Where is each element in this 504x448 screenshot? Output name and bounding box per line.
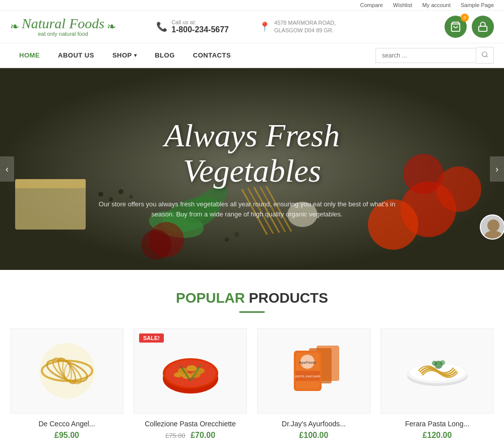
svg-rect-6 xyxy=(15,179,86,188)
cart-button[interactable]: 0 xyxy=(445,16,467,38)
hero-prev-button[interactable]: ‹ xyxy=(0,156,14,182)
svg-line-3 xyxy=(486,56,488,58)
nav-item-shop[interactable]: SHOP ▾ xyxy=(103,43,146,67)
chevron-down-icon: ▾ xyxy=(134,52,137,58)
nav-item-contacts[interactable]: CONTACTS xyxy=(184,43,240,67)
product-name-4: Ferara Pasta Long... xyxy=(381,420,494,428)
wishlist-link[interactable]: Wishlist xyxy=(393,2,412,8)
product-image-wrap-4 xyxy=(381,328,494,414)
phone-number: 1-800-234-5677 xyxy=(171,25,229,34)
hero-avatar xyxy=(480,214,504,240)
header-address: 📍 4578 MARMORA ROAD, GLASGOW D04 89 GR. xyxy=(259,19,336,35)
logo-left-leaf: ❧ xyxy=(10,20,19,33)
nav-link-blog[interactable]: BLOG xyxy=(146,43,184,67)
product-price-3: £100.00 xyxy=(257,431,370,440)
nav-link-shop[interactable]: SHOP ▾ xyxy=(103,43,146,67)
product-price-2: £75.00 £70.00 xyxy=(134,431,247,440)
product-price-4: £120.00 xyxy=(381,431,494,440)
svg-point-39 xyxy=(165,360,216,387)
product-image-wrap-2: SALE! xyxy=(134,328,247,414)
product-card-4[interactable]: Ferara Pasta Long... £120.00 xyxy=(381,328,494,440)
nav-link-about[interactable]: ABOUT US xyxy=(49,43,103,67)
product-image-2 xyxy=(155,335,226,406)
product-card-2[interactable]: SALE! Collezion xyxy=(134,328,247,440)
product-image-wrap-1 xyxy=(10,328,123,414)
svg-point-2 xyxy=(482,52,487,57)
product-price-1: £95.00 xyxy=(10,431,123,440)
phone-icon: 📞 xyxy=(156,21,167,32)
logo-right-leaf: ❧ xyxy=(107,20,116,33)
search-bar xyxy=(375,47,494,64)
product-name-3: Dr.Jay's Ayurfoods... xyxy=(257,420,370,428)
product-image-4 xyxy=(402,335,473,406)
svg-point-60 xyxy=(440,360,445,365)
product-card-3[interactable]: AyurFoods LENTIL KHICHARI Dr.Jay's Ayurf… xyxy=(257,328,370,440)
product-name-1: De Cecco Angel... xyxy=(10,420,123,428)
product-image-3: AyurFoods LENTIL KHICHARI xyxy=(279,335,349,406)
hero-banner: Always Fresh Vegetables Our store offers… xyxy=(0,68,504,270)
nav-link-home[interactable]: HOME xyxy=(10,43,49,67)
utility-bar: Compare Wishlist My account Sample Page xyxy=(0,0,504,11)
section-divider xyxy=(239,311,265,313)
svg-point-28 xyxy=(487,219,499,232)
svg-point-45 xyxy=(174,372,183,377)
svg-point-26 xyxy=(234,232,239,237)
svg-point-61 xyxy=(432,361,437,366)
products-grid: De Cecco Angel... £95.00 SALE! xyxy=(10,328,494,440)
nav-item-blog[interactable]: BLOG xyxy=(146,43,184,67)
call-label: Call us at: xyxy=(171,19,229,25)
product-card-1[interactable]: De Cecco Angel... £95.00 xyxy=(10,328,123,440)
search-button[interactable] xyxy=(476,47,494,64)
svg-text:AyurFoods: AyurFoods xyxy=(299,361,316,365)
section-title-normal: PRODUCTS xyxy=(245,290,328,306)
address-line2: GLASGOW D04 89 GR. xyxy=(274,27,336,34)
navbar: HOME ABOUT US SHOP ▾ BLOG CONTACTS xyxy=(0,43,504,68)
sale-badge: SALE! xyxy=(139,333,164,343)
header: ❧ Natural Foods eat only natural food ❧ … xyxy=(0,11,504,43)
current-price-2: £70.00 xyxy=(191,431,215,439)
header-contact: 📞 Call us at: 1-800-234-5677 xyxy=(156,19,229,34)
product-image-1 xyxy=(32,335,102,406)
product-name-2: Collezione Pasta Orecchiette xyxy=(134,420,247,428)
logo-tagline: eat only natural food xyxy=(22,31,104,37)
svg-rect-1 xyxy=(479,26,487,31)
logo-area[interactable]: ❧ Natural Foods eat only natural food ❧ xyxy=(10,17,116,37)
nav-link-contacts[interactable]: CONTACTS xyxy=(184,43,240,67)
section-title-highlight: POPULAR xyxy=(176,290,245,306)
svg-point-20 xyxy=(141,230,171,260)
products-section: POPULAR PRODUCTS De xyxy=(0,270,504,448)
cart-badge: 0 xyxy=(461,14,469,22)
search-input[interactable] xyxy=(375,48,476,63)
my-account-link[interactable]: My account xyxy=(422,2,451,8)
address-line1: 4578 MARMORA ROAD, xyxy=(274,19,336,27)
svg-text:LENTIL KHICHARI: LENTIL KHICHARI xyxy=(294,375,320,378)
nav-item-about[interactable]: ABOUT US xyxy=(49,43,103,67)
hero-title: Always Fresh Vegetables xyxy=(96,118,408,189)
location-icon: 📍 xyxy=(259,21,270,32)
product-image-wrap-3: AyurFoods LENTIL KHICHARI xyxy=(257,328,370,414)
account-button[interactable] xyxy=(472,16,494,38)
header-icons: 0 xyxy=(445,16,494,38)
hero-subtitle: Our store offers you always fresh vegeta… xyxy=(96,199,398,220)
logo-name: Natural Foods xyxy=(22,17,104,31)
nav-links: HOME ABOUT US SHOP ▾ BLOG CONTACTS xyxy=(10,43,240,67)
svg-point-30 xyxy=(39,343,95,399)
nav-item-home[interactable]: HOME xyxy=(10,43,49,67)
sample-page-link[interactable]: Sample Page xyxy=(461,2,494,8)
compare-link[interactable]: Compare xyxy=(360,2,383,8)
svg-point-25 xyxy=(225,238,229,242)
old-price-2: £75.00 xyxy=(165,432,185,439)
hero-content: Always Fresh Vegetables Our store offers… xyxy=(76,118,428,220)
hero-next-button[interactable]: › xyxy=(490,156,504,182)
section-title: POPULAR PRODUCTS xyxy=(10,290,494,306)
